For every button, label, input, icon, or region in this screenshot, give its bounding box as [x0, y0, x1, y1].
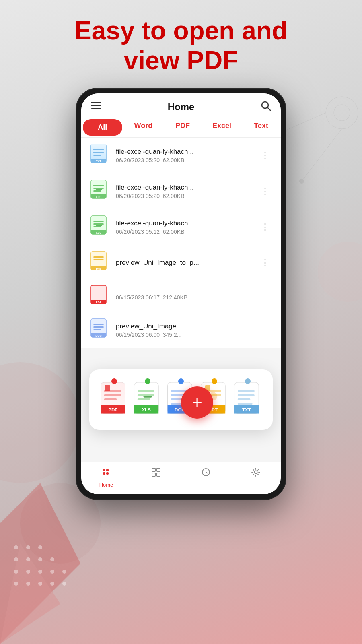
svg-rect-33	[93, 152, 104, 153]
list-item[interactable]: IMG preview_Uni_Image_to_p... ⋮	[81, 245, 281, 281]
tab-all[interactable]: All	[83, 119, 122, 136]
svg-text:DOC: DOC	[95, 334, 102, 337]
file-name: file-excel-quan-ly-khach...	[116, 184, 228, 192]
nav-item-home[interactable]: Home	[81, 466, 131, 488]
svg-rect-107	[152, 473, 155, 476]
svg-text:IMG: IMG	[96, 267, 101, 270]
menu-icon[interactable]	[91, 102, 101, 112]
file-icon-img: IMG	[89, 251, 110, 275]
svg-point-22	[38, 582, 42, 586]
svg-rect-59	[104, 394, 121, 396]
svg-rect-105	[152, 468, 155, 471]
file-list: TXT file-ex	[81, 138, 281, 462]
file-info: 06/15/2023 06:17 212.40KB	[116, 293, 273, 301]
tab-word[interactable]: Word	[124, 118, 163, 137]
svg-rect-87	[238, 394, 255, 396]
svg-rect-26	[91, 105, 101, 106]
svg-text:PDF: PDF	[108, 407, 117, 412]
app-title: Home	[168, 101, 195, 113]
svg-rect-46	[93, 223, 104, 225]
svg-rect-102	[106, 469, 109, 471]
tab-text[interactable]: Text	[241, 118, 281, 137]
tab-pdf[interactable]: PDF	[163, 118, 202, 137]
svg-rect-96	[93, 324, 104, 325]
pdf-dot	[111, 378, 117, 384]
svg-rect-88	[238, 398, 250, 400]
svg-rect-52	[93, 256, 104, 258]
file-icon-xls2: XLS	[89, 215, 110, 239]
svg-point-11	[14, 557, 18, 561]
svg-rect-25	[91, 102, 101, 103]
svg-point-17	[38, 570, 42, 574]
home-icon	[101, 466, 112, 481]
svg-rect-40	[93, 190, 101, 192]
list-item[interactable]: TXT file-ex	[81, 138, 281, 173]
search-icon[interactable]	[261, 101, 271, 114]
svg-rect-47	[93, 226, 101, 227]
svg-rect-60	[104, 398, 116, 400]
file-more-btn[interactable]: ⋮	[257, 147, 273, 164]
svg-text:TXT: TXT	[96, 160, 101, 163]
file-more-btn[interactable]: ⋮	[257, 183, 273, 200]
svg-rect-89	[238, 402, 253, 405]
svg-rect-108	[157, 473, 160, 476]
file-more-btn[interactable]: ⋮	[257, 219, 273, 235]
svg-rect-97	[93, 326, 104, 328]
svg-rect-34	[93, 155, 101, 156]
file-meta: 06/15/2023 06:17 212.40KB	[116, 294, 273, 301]
nav-item-recent[interactable]	[181, 466, 231, 488]
svg-rect-53	[93, 259, 104, 260]
file-icon-doc: DOC	[89, 318, 110, 342]
file-more-btn[interactable]: ⋮	[257, 254, 273, 271]
xls-dot	[145, 378, 150, 384]
file-info: file-excel-quan-ly-khach... 06/20/2023 0…	[116, 184, 257, 199]
file-meta: 06/20/2023 05:20 62.00KB	[116, 157, 257, 163]
fab-plus-icon: +	[192, 394, 202, 411]
list-item[interactable]: XLS file-excel-quan-ly-khach... 06/20/20…	[81, 209, 281, 245]
svg-point-8	[14, 545, 18, 549]
settings-icon	[250, 466, 261, 481]
svg-point-14	[50, 557, 54, 561]
svg-line-29	[267, 107, 270, 110]
svg-point-16	[26, 570, 30, 574]
phone-mockup: Home All Word	[76, 89, 286, 499]
nav-item-settings[interactable]	[231, 466, 281, 488]
type-btn-xls[interactable]: XLS	[132, 382, 163, 418]
svg-point-112	[255, 471, 257, 474]
file-icon-pdf2: PDF	[89, 285, 110, 309]
file-meta: 06/15/2023 06:00 345.2...	[116, 332, 273, 338]
file-name: file-excel-quan-ly-khach...	[116, 148, 228, 156]
svg-point-12	[26, 557, 30, 561]
svg-text:XLS: XLS	[96, 231, 101, 234]
type-btn-pdf[interactable]: PDF	[99, 382, 130, 418]
file-name: preview_Uni_Image...	[116, 322, 228, 330]
svg-rect-70	[143, 396, 152, 398]
svg-point-20	[14, 582, 18, 586]
svg-line-111	[206, 472, 208, 473]
nav-item-grid[interactable]	[131, 466, 181, 488]
list-item[interactable]: DOC preview_Uni_Image... 06/15/2023 06:0…	[81, 312, 281, 348]
svg-point-19	[62, 570, 66, 574]
svg-point-18	[50, 570, 54, 574]
svg-rect-103	[103, 472, 105, 475]
nav-label-home: Home	[99, 482, 113, 488]
file-info: file-excel-quan-ly-khach... 06/20/2023 0…	[116, 148, 257, 163]
svg-rect-101	[103, 469, 105, 471]
phone-outer: Home All Word	[76, 89, 286, 499]
svg-rect-45	[93, 221, 104, 222]
app-bar: Home	[81, 93, 281, 118]
svg-rect-65	[138, 390, 154, 392]
txt-dot	[245, 378, 251, 384]
list-item[interactable]: PDF 06/15/2023 06:17 212.40KB	[81, 281, 281, 312]
grid-icon	[150, 466, 162, 481]
list-item[interactable]: XLS file-excel-quan-ly-khach... 06/20/20…	[81, 173, 281, 209]
header-line1: Easy to open and	[74, 16, 288, 45]
svg-point-23	[50, 582, 54, 586]
svg-text:PDF: PDF	[96, 301, 102, 304]
file-icon-txt: TXT	[89, 143, 110, 167]
type-btn-txt[interactable]: TXT	[232, 382, 263, 418]
svg-text:TXT: TXT	[242, 407, 251, 412]
tab-excel[interactable]: Excel	[202, 118, 242, 137]
svg-text:XLS: XLS	[96, 196, 101, 198]
bottom-nav: Home	[81, 462, 281, 494]
